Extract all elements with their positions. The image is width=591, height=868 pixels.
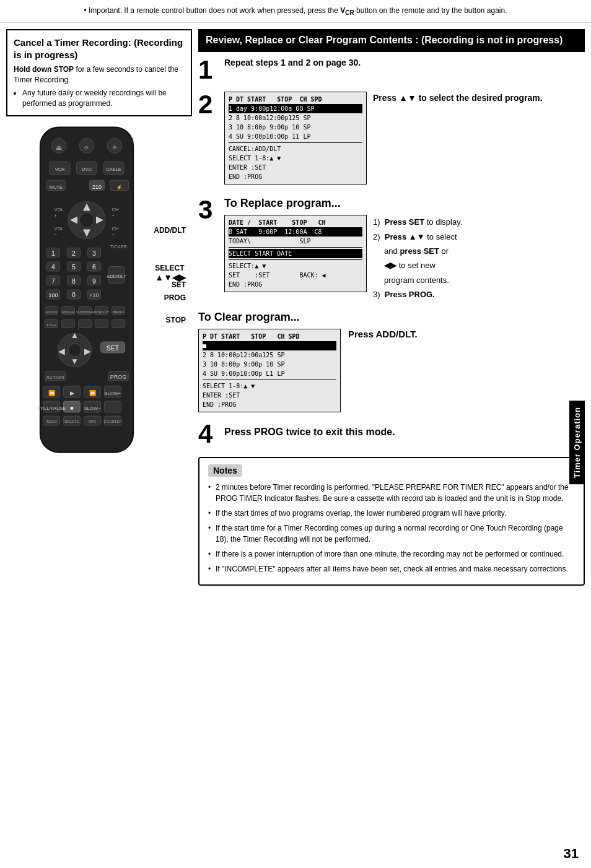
svg-text:VOL: VOL bbox=[55, 206, 64, 212]
svg-text:SLOW+: SLOW+ bbox=[105, 390, 121, 396]
svg-text:◀: ◀ bbox=[58, 346, 65, 355]
clear-section: To Clear program... P DT START STOP CH S… bbox=[198, 311, 585, 416]
svg-point-20 bbox=[79, 212, 94, 227]
step4-number: 4 bbox=[198, 421, 218, 447]
left-column: Cancel a Timer Recording: (Recording is … bbox=[6, 29, 192, 585]
step1-number: 1 bbox=[198, 57, 218, 83]
step3-header: DATE / START STOP CH bbox=[229, 218, 362, 227]
step3-sep bbox=[229, 247, 362, 248]
svg-text:⚡: ⚡ bbox=[116, 184, 123, 189]
step1-text: Repeat steps 1 and 2 on page 30. bbox=[224, 57, 585, 69]
svg-text:▶: ▶ bbox=[70, 389, 74, 396]
svg-rect-72 bbox=[79, 319, 92, 328]
svg-text:CH: CH bbox=[112, 206, 119, 212]
step2-layout: P DT START STOP CH SPD 1 day 9:00p12:00a… bbox=[224, 92, 585, 188]
clear-layout: P DT START STOP CH SPD ■ 2 8 10:00p12:00… bbox=[198, 329, 585, 416]
step4-text: Press PROG twice to exit this mode. bbox=[224, 425, 585, 439]
step3-content: To Replace program... DATE / START STOP … bbox=[224, 197, 585, 302]
svg-text:STILL/PAUSE: STILL/PAUSE bbox=[37, 405, 66, 410]
cancel-box: Cancel a Timer Recording: (Recording is … bbox=[6, 29, 192, 116]
step3-heading: To Replace program... bbox=[224, 197, 585, 210]
select-label: SELECT ▲▼◀▶ bbox=[155, 264, 186, 282]
svg-rect-71 bbox=[62, 319, 75, 328]
svg-text:⏩: ⏩ bbox=[89, 389, 97, 396]
clear-enter: ENTER :SET bbox=[203, 391, 336, 400]
svg-text:9: 9 bbox=[92, 277, 96, 284]
svg-rect-74 bbox=[112, 319, 125, 328]
svg-text:CABLE: CABLE bbox=[106, 167, 121, 172]
svg-text:6: 6 bbox=[92, 263, 96, 271]
step2-row2: 2 8 10:00a12:00p125 SP bbox=[229, 113, 362, 123]
svg-text:8: 8 bbox=[72, 277, 76, 284]
cancel-instruction: Hold down STOP for a few seconds to canc… bbox=[14, 64, 185, 85]
svg-text:DVD: DVD bbox=[82, 167, 92, 172]
replace-step3: 3) Press PROG. bbox=[373, 287, 462, 302]
step2-content: P DT START STOP CH SPD 1 day 9:00p12:00a… bbox=[224, 92, 585, 188]
svg-text:MENU: MENU bbox=[113, 310, 124, 313]
svg-text:+: + bbox=[55, 213, 58, 219]
svg-text:INDEX: INDEX bbox=[46, 419, 57, 423]
svg-text:SLOW−: SLOW− bbox=[84, 405, 101, 410]
replace-step2b: and press SET or bbox=[373, 244, 462, 258]
clear-row2: 2 8 10:00p12:00a125 SP bbox=[203, 350, 336, 360]
step3-row1: 8 SAT 9:00P 12:00A C8 bbox=[229, 227, 362, 237]
clear-row3: 3 10 8:00p 9:00p 10 SP bbox=[203, 360, 336, 369]
svg-text:▼: ▼ bbox=[71, 357, 79, 366]
step3-row2: TODAY\ SLP bbox=[229, 237, 362, 246]
svg-text:3: 3 bbox=[92, 249, 96, 256]
replace-instructions: 1) Press SET to display. 2) Press ▲▼ to … bbox=[373, 215, 462, 302]
svg-rect-73 bbox=[95, 319, 108, 328]
clear-sep bbox=[203, 380, 336, 380]
step2-number: 2 bbox=[198, 92, 218, 118]
stop-label: STOP bbox=[166, 316, 186, 324]
replace-step2: 2) Press ▲▼ to select bbox=[373, 230, 462, 244]
step4-row: 4 Press PROG twice to exit this mode. bbox=[198, 421, 585, 447]
top-notice: • Important: If a remote control button … bbox=[0, 0, 591, 23]
svg-text:■: ■ bbox=[70, 404, 73, 410]
notes-list: 2 minutes before Timer recording is perf… bbox=[208, 482, 575, 575]
prog-label: PROG bbox=[164, 293, 186, 302]
step3-number: 3 bbox=[198, 197, 218, 223]
step2-end: END :PROG bbox=[229, 172, 362, 181]
step2-row3: 3 10 8:00p 9:00p 10 SP bbox=[229, 123, 362, 132]
replace-step2c: ◀▶ to set new bbox=[373, 258, 462, 272]
svg-text:SUBTITLE: SUBTITLE bbox=[76, 310, 94, 313]
svg-text:2: 2 bbox=[72, 249, 76, 256]
right-column: Review, Replace or Clear Program Content… bbox=[198, 29, 585, 585]
note-item-3: If the start time for a Timer Recording … bbox=[208, 523, 575, 545]
step2-row1: 1 day 9:00p12:00a 08 SP bbox=[229, 104, 362, 113]
svg-text:5: 5 bbox=[72, 263, 76, 271]
svg-text:+10: +10 bbox=[89, 292, 98, 298]
svg-text:ACTION: ACTION bbox=[46, 375, 64, 380]
step2-header: P DT START STOP CH SPD bbox=[229, 95, 362, 104]
clear-end: END :PROG bbox=[203, 400, 336, 409]
page-number: 31 bbox=[564, 846, 579, 862]
main-content: Cancel a Timer Recording: (Recording is … bbox=[0, 23, 591, 591]
clear-header: P DT START STOP CH SPD bbox=[203, 332, 336, 341]
top-notice-text: • Important: If a remote control button … bbox=[84, 6, 507, 15]
set-label: SET bbox=[172, 280, 186, 289]
step2-cancel: CANCEL:ADD/DLT bbox=[229, 144, 362, 154]
svg-text:210: 210 bbox=[92, 183, 102, 189]
clear-row4: 4 SU 9:00p10:00p L1 LP bbox=[203, 369, 336, 378]
svg-text:PROG: PROG bbox=[110, 374, 127, 380]
svg-text:SET: SET bbox=[107, 344, 120, 351]
step2-sep bbox=[229, 142, 362, 143]
clear-row1: ■ bbox=[203, 341, 336, 350]
step3-end: END :PROG bbox=[229, 280, 362, 289]
step3-select-arrows: SELECT:▲ ▼ bbox=[229, 261, 362, 271]
cancel-notes: Any future daily or weekly recordings wi… bbox=[14, 88, 185, 109]
svg-text:7: 7 bbox=[51, 277, 55, 284]
remote-svg: ⏏ ⟳ ☀ VCR DVD CABLE MUTE 210 ⚡ bbox=[25, 123, 149, 457]
svg-text:TICKER: TICKER bbox=[110, 243, 128, 249]
add-dlt-label: ADD/DLT bbox=[154, 226, 186, 235]
svg-text:−: − bbox=[112, 232, 115, 237]
svg-text:⏏: ⏏ bbox=[56, 143, 62, 150]
step1-content: Repeat steps 1 and 2 on page 30. bbox=[224, 57, 585, 72]
svg-text:DISPLAY: DISPLAY bbox=[94, 310, 110, 313]
step2-select: SELECT 1-8:▲ ▼ bbox=[229, 154, 362, 163]
step3-set: SET :SET BACK: ◀ bbox=[229, 271, 362, 280]
svg-text:⟳: ⟳ bbox=[84, 144, 89, 150]
svg-text:SPD: SPD bbox=[89, 419, 97, 423]
svg-rect-99 bbox=[105, 401, 121, 412]
